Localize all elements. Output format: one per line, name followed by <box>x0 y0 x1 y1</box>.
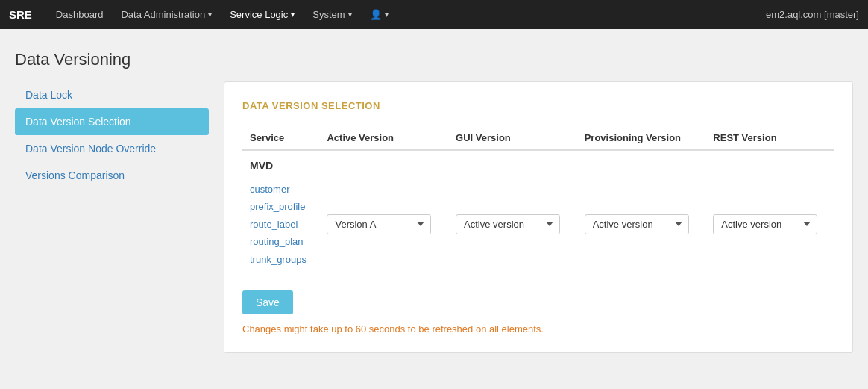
provisioning-version-cell: Active version Version A Version B <box>577 176 706 273</box>
sidebar-item-versions-comparison[interactable]: Versions Comparison <box>15 162 209 189</box>
service-routing-plan: routing_plan <box>250 233 312 250</box>
sidebar-item-data-lock[interactable]: Data Lock <box>15 81 209 108</box>
gui-version-cell: Active version Version A Version B <box>448 176 577 273</box>
chevron-down-icon: ▾ <box>208 10 212 19</box>
content-area: Data Lock Data Version Selection Data Ve… <box>0 81 868 368</box>
rest-version-cell: Active version Version A Version B <box>705 176 834 273</box>
col-rest-version: REST Version <box>705 126 834 150</box>
table-row: customer prefix_profile route_label rout… <box>242 176 834 273</box>
service-trunk-groups: trunk_groups <box>250 251 312 268</box>
refresh-note: Changes might take up to 60 seconds to b… <box>242 323 834 334</box>
sidebar-item-data-version-node-override[interactable]: Data Version Node Override <box>15 135 209 162</box>
table-group-row: MVD <box>242 150 834 176</box>
version-table: Service Active Version GUI Version Provi… <box>242 126 834 273</box>
save-area: Save Changes might take up to 60 seconds… <box>242 290 834 334</box>
page-title: Data Versioning <box>0 29 868 81</box>
save-button[interactable]: Save <box>242 290 293 314</box>
col-active-version: Active Version <box>319 126 448 150</box>
section-title: DATA VERSION SELECTION <box>242 100 834 111</box>
nav-dashboard[interactable]: Dashboard <box>56 9 104 20</box>
user-icon: 👤 <box>370 9 382 20</box>
nav-service-logic[interactable]: Service Logic ▾ <box>230 9 295 20</box>
provisioning-version-select[interactable]: Active version Version A Version B <box>585 214 689 234</box>
chevron-down-icon: ▾ <box>385 10 389 19</box>
service-prefix-profile: prefix_profile <box>250 198 312 215</box>
service-list-items: customer prefix_profile route_label rout… <box>250 181 312 268</box>
nav-user[interactable]: 👤 ▾ <box>370 9 389 20</box>
sidebar-item-data-version-selection[interactable]: Data Version Selection <box>15 108 209 135</box>
group-label: MVD <box>242 150 834 176</box>
nav-data-administration[interactable]: Data Administration ▾ <box>121 9 212 20</box>
chevron-down-icon: ▾ <box>291 10 295 19</box>
service-route-label: route_label <box>250 216 312 233</box>
service-customer: customer <box>250 181 312 198</box>
main-panel: DATA VERSION SELECTION Service Active Ve… <box>224 81 853 353</box>
gui-version-select[interactable]: Active version Version A Version B <box>456 214 560 234</box>
nav-system[interactable]: System ▾ <box>312 9 351 20</box>
instance-label: em2.aql.com [master] <box>766 9 859 20</box>
navbar: SRE Dashboard Data Administration ▾ Serv… <box>0 0 868 29</box>
rest-version-select[interactable]: Active version Version A Version B <box>713 214 817 234</box>
chevron-down-icon: ▾ <box>348 10 352 19</box>
col-provisioning-version: Provisioning Version <box>577 126 706 150</box>
active-version-cell: Version A Version B Active version <box>319 176 448 273</box>
col-gui-version: GUI Version <box>448 126 577 150</box>
brand-logo: SRE <box>9 8 32 21</box>
col-service: Service <box>242 126 319 150</box>
active-version-select[interactable]: Version A Version B Active version <box>327 214 431 234</box>
service-list: customer prefix_profile route_label rout… <box>242 176 319 273</box>
sidebar: Data Lock Data Version Selection Data Ve… <box>15 81 209 353</box>
